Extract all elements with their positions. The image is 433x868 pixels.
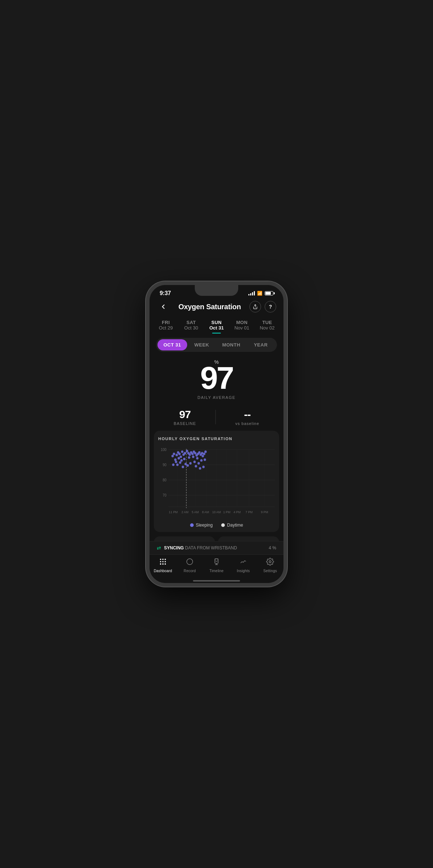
svg-point-62 [179, 461, 181, 464]
vs-baseline-item: -- vs baseline [235, 408, 259, 426]
sleeping-label: Sleeping [196, 523, 213, 528]
svg-point-32 [189, 454, 191, 456]
svg-point-59 [199, 467, 201, 470]
vs-baseline-value: -- [235, 408, 259, 421]
nav-record-label: Record [184, 569, 196, 573]
chart-section: HOURLY OXYGEN SATURATION 100 90 80 70 [154, 431, 279, 532]
svg-point-22 [174, 459, 177, 461]
svg-point-51 [196, 457, 199, 460]
svg-point-48 [183, 458, 186, 460]
date-nav-sun[interactable]: SUN Oct 31 [206, 318, 227, 333]
svg-point-63 [184, 463, 187, 465]
svg-point-42 [202, 455, 204, 458]
nav-dashboard-label: Dashboard [154, 569, 172, 573]
svg-text:10 AM: 10 AM [212, 510, 221, 514]
nav-insights[interactable]: Insights [232, 558, 254, 573]
svg-rect-85 [215, 559, 218, 563]
help-button[interactable]: ? [265, 301, 276, 312]
svg-point-78 [160, 561, 161, 562]
tab-week[interactable]: WEEK [187, 339, 217, 350]
svg-point-56 [182, 466, 184, 468]
date-nav-fri[interactable]: FRI Oct 29 [155, 318, 177, 333]
chart-area: 100 90 80 70 [158, 446, 275, 518]
sync-bar: ⇄ SYNCING DATA FROM WRISTBAND 4 % [150, 541, 283, 554]
svg-point-79 [162, 561, 164, 562]
svg-point-83 [165, 563, 166, 565]
svg-text:70: 70 [163, 493, 167, 497]
nav-record[interactable]: Record [179, 558, 201, 573]
svg-text:4 PM: 4 PM [234, 510, 241, 514]
home-indicator [193, 580, 240, 582]
record-icon [186, 558, 194, 567]
nav-timeline[interactable]: Timeline [206, 558, 227, 573]
svg-point-43 [203, 453, 206, 455]
svg-point-64 [189, 462, 192, 465]
date-nav-tue[interactable]: TUE Nov 02 [256, 318, 278, 333]
svg-point-91 [269, 561, 271, 563]
svg-text:100: 100 [161, 448, 167, 452]
svg-point-30 [186, 450, 188, 452]
svg-point-36 [194, 452, 197, 455]
settings-icon [266, 558, 274, 567]
svg-point-75 [160, 559, 161, 560]
chart-svg: 100 90 80 70 [158, 446, 275, 518]
svg-point-65 [193, 461, 196, 463]
daily-avg-label: DAILY AVERAGE [157, 395, 276, 400]
svg-point-50 [192, 456, 194, 458]
svg-point-61 [172, 464, 175, 466]
svg-text:1 PM: 1 PM [223, 510, 230, 514]
period-tabs: OCT 31 WEEK MONTH YEAR [156, 338, 277, 352]
insights-icon [239, 558, 247, 567]
question-icon: ? [269, 304, 272, 310]
svg-text:90: 90 [163, 463, 167, 467]
sync-light: DATA FROM WRISTBAND [184, 545, 237, 550]
status-time: 9:37 [160, 290, 171, 297]
svg-point-84 [187, 559, 193, 565]
svg-point-44 [204, 451, 207, 453]
status-icons: 📶 [248, 291, 273, 296]
baseline-value: 97 [174, 408, 196, 421]
legend-daytime: Daytime [221, 523, 243, 528]
svg-point-47 [180, 459, 183, 462]
svg-point-58 [195, 465, 197, 468]
wifi-icon: 📶 [257, 291, 262, 296]
tab-month[interactable]: MONTH [216, 339, 246, 350]
sync-text: SYNCING DATA FROM WRISTBAND [164, 545, 237, 550]
date-nav-mon[interactable]: MON Nov 01 [231, 318, 253, 333]
nav-settings[interactable]: Settings [259, 558, 281, 573]
svg-point-76 [162, 559, 164, 560]
share-button[interactable] [249, 301, 261, 312]
svg-text:9 PM: 9 PM [261, 510, 268, 514]
svg-text:80: 80 [163, 478, 167, 482]
svg-point-46 [178, 457, 180, 460]
nav-settings-label: Settings [263, 569, 277, 573]
svg-point-52 [197, 462, 200, 465]
svg-point-29 [184, 452, 186, 455]
header-actions: ? [249, 301, 276, 312]
svg-point-77 [165, 559, 166, 560]
svg-text:8 AM: 8 AM [202, 510, 209, 514]
section-divider [215, 410, 216, 424]
back-button[interactable] [157, 300, 170, 313]
date-nav: FRI Oct 29 SAT Oct 30 SUN Oct 31 MON Nov… [150, 317, 283, 333]
svg-point-41 [201, 452, 203, 455]
nav-dashboard[interactable]: Dashboard [152, 558, 174, 573]
tab-oct31[interactable]: OCT 31 [157, 339, 187, 350]
status-bar: 9:37 📶 [150, 285, 283, 298]
svg-point-57 [186, 464, 189, 467]
svg-point-54 [203, 459, 206, 461]
svg-point-23 [176, 454, 178, 456]
svg-point-25 [178, 453, 181, 455]
daily-average-section: % 97 DAILY AVERAGE [150, 356, 283, 405]
legend-sleeping: Sleeping [190, 523, 213, 528]
active-date-indicator [212, 333, 221, 333]
svg-point-21 [173, 453, 175, 455]
date-nav-sat[interactable]: SAT Oct 30 [180, 318, 202, 333]
tab-year[interactable]: YEAR [246, 339, 276, 350]
svg-point-80 [165, 561, 166, 562]
nav-insights-label: Insights [237, 569, 250, 573]
svg-text:7 PM: 7 PM [245, 510, 253, 514]
svg-text:5 AM: 5 AM [192, 510, 199, 514]
baseline-value-item: 97 BASELINE [174, 408, 196, 426]
svg-point-55 [176, 464, 179, 466]
